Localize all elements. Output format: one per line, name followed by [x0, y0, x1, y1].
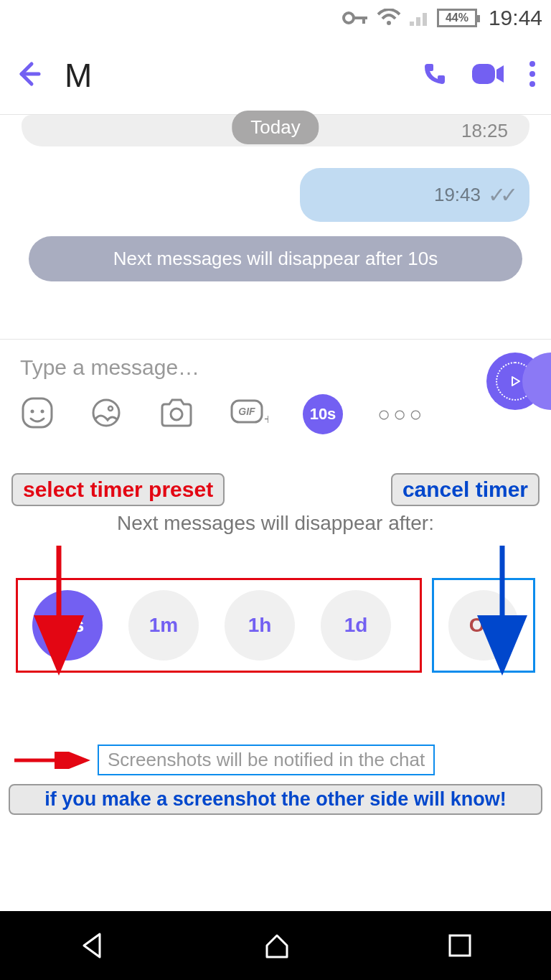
nav-home-icon[interactable] [261, 930, 293, 961]
camera-icon[interactable] [158, 397, 195, 431]
chat-area[interactable]: Today 18:25 19:43 ✓✓ Next messages will … [0, 115, 551, 339]
svg-point-8 [529, 81, 535, 87]
timer-preset-10s[interactable]: 10s [32, 590, 103, 661]
nav-recents-icon[interactable] [446, 931, 474, 960]
timer-chip[interactable]: 10s [303, 394, 343, 434]
svg-rect-12 [93, 400, 119, 426]
svg-text:GIF: GIF [238, 406, 255, 417]
message-time: 18:25 [461, 120, 508, 142]
svg-point-0 [344, 13, 354, 23]
annotation-cancel-timer: cancel timer [391, 473, 540, 506]
annotation-arrow-icon [11, 752, 90, 769]
nav-back-icon[interactable] [77, 930, 108, 961]
timer-preset-1d[interactable]: 1d [321, 590, 391, 661]
timer-off-group: Off [432, 578, 535, 673]
more-tools-icon[interactable]: ○○○ [377, 402, 425, 426]
timer-preset-1m[interactable]: 1m [128, 590, 199, 661]
android-nav-bar [0, 911, 551, 980]
svg-text:+: + [264, 411, 268, 427]
svg-rect-9 [23, 398, 52, 427]
svg-point-6 [529, 61, 535, 67]
vpn-key-icon [342, 9, 369, 27]
svg-point-7 [529, 71, 535, 77]
gif-icon[interactable]: GIF+ [230, 398, 268, 430]
svg-point-3 [387, 21, 391, 25]
svg-point-13 [108, 406, 113, 411]
svg-point-11 [41, 410, 44, 414]
battery-percent: 44% [446, 11, 468, 24]
system-message: Next messages will disappear after 10s [29, 236, 522, 281]
status-bar: 44% 19:44 [0, 0, 551, 36]
message-composer: GIF+ 10s ○○○ [0, 339, 551, 452]
timer-preset-1h[interactable]: 1h [225, 590, 295, 661]
svg-point-10 [31, 410, 34, 414]
voice-call-icon[interactable] [420, 60, 449, 91]
message-input[interactable] [20, 355, 377, 380]
notice-row: Screenshots will be notified in the chat [0, 687, 551, 780]
svg-rect-5 [472, 64, 495, 84]
gallery-icon[interactable] [89, 396, 123, 433]
annotation-warning: if you make a screenshot the other side … [9, 784, 542, 815]
read-receipt-icon: ✓✓ [488, 182, 512, 207]
chat-header: M [0, 36, 551, 115]
sent-message[interactable]: 19:43 ✓✓ [300, 168, 529, 222]
date-separator: Today [232, 111, 319, 144]
back-arrow-icon[interactable] [14, 60, 43, 91]
annotation-select-preset: select timer preset [11, 473, 225, 506]
previous-message-stub[interactable]: Today 18:25 [22, 115, 529, 146]
sticker-icon[interactable] [20, 396, 55, 433]
timer-preset-group: 10s 1m 1h 1d [16, 578, 422, 673]
clock: 19:44 [489, 6, 542, 30]
timer-preset-panel: 10s 1m 1h 1d Off [0, 535, 551, 687]
timer-panel-description: Next messages will disappear after: [0, 512, 551, 535]
annotation-row: select timer preset cancel timer [0, 452, 551, 509]
wifi-icon [377, 9, 401, 27]
svg-rect-2 [362, 17, 365, 24]
screenshot-notice: Screenshots will be notified in the chat [98, 745, 435, 775]
message-time: 19:43 [434, 184, 481, 206]
battery-icon: 44% [437, 9, 477, 27]
timer-preset-off[interactable]: Off [448, 590, 519, 661]
cellular-icon [408, 9, 430, 27]
svg-point-14 [171, 409, 182, 420]
video-call-icon[interactable] [471, 61, 507, 90]
more-menu-icon[interactable] [528, 60, 537, 91]
contact-name[interactable]: M [65, 56, 399, 95]
svg-rect-19 [450, 935, 470, 956]
